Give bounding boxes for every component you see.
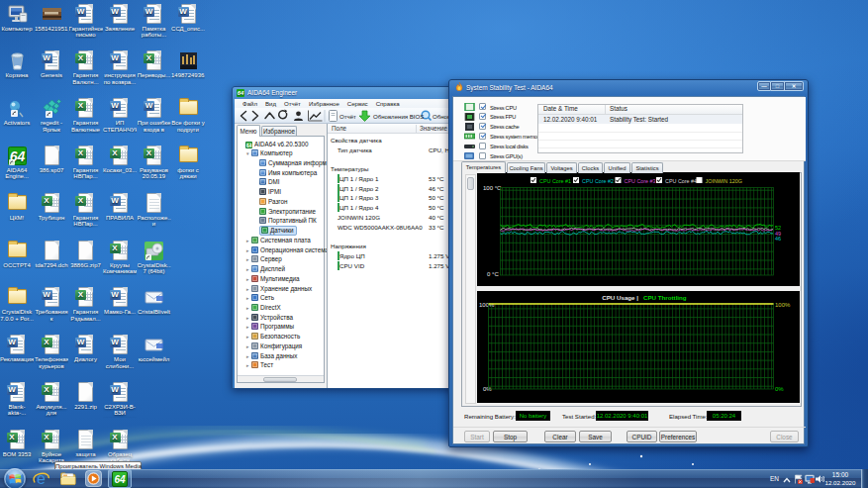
svg-text:CPU Core #4: CPU Core #4 [665, 178, 697, 184]
svg-text:46: 46 [775, 236, 781, 242]
svg-text:100 °C: 100 °C [483, 185, 502, 191]
svg-text:CPU Usage |: CPU Usage | [602, 294, 638, 301]
svg-text:JOINWIN 120G: JOINWIN 120G [706, 178, 742, 184]
svg-text:0%: 0% [775, 386, 784, 392]
svg-text:CPU Core #3: CPU Core #3 [625, 178, 656, 184]
svg-text:CPU Core #2: CPU Core #2 [582, 178, 614, 184]
svg-text:CPU Core #1: CPU Core #1 [539, 178, 571, 184]
svg-text:0 °C: 0 °C [487, 271, 499, 277]
svg-text:CPU Throttling: CPU Throttling [643, 294, 687, 301]
svg-text:100%: 100% [775, 302, 791, 308]
